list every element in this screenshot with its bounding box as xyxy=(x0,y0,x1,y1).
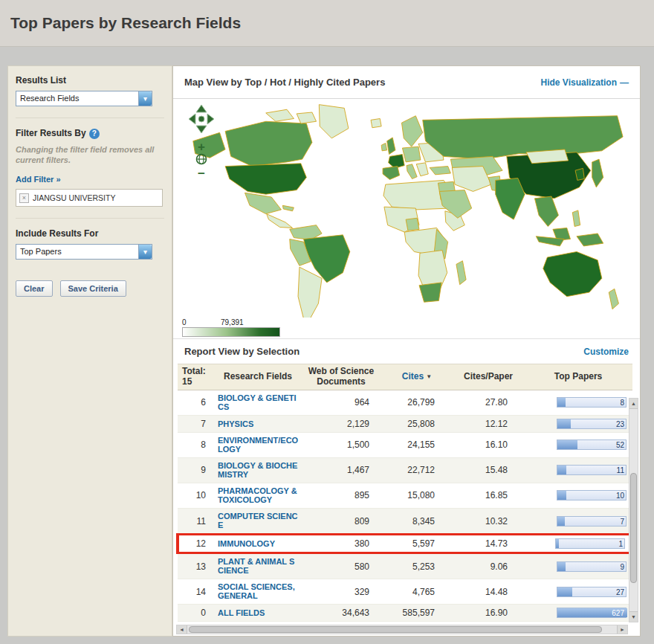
map-region[interactable] xyxy=(225,121,312,166)
add-filter-link[interactable]: Add Filter » xyxy=(16,175,61,184)
map-region[interactable] xyxy=(225,164,306,194)
col-cites[interactable]: Cites▼ xyxy=(381,364,453,390)
map-region[interactable] xyxy=(407,164,417,179)
top-papers-bar[interactable]: 1 xyxy=(555,538,625,549)
field-link[interactable]: PHYSICS xyxy=(218,419,253,428)
horizontal-scrollbar[interactable]: ◄ ► xyxy=(176,625,628,634)
map-region[interactable] xyxy=(387,138,395,155)
top-papers-bar[interactable]: 52 xyxy=(557,439,627,450)
include-results-label: Include Results For xyxy=(16,228,164,239)
clear-button[interactable]: Clear xyxy=(16,280,53,297)
map-region[interactable] xyxy=(371,118,381,127)
divider xyxy=(16,117,164,118)
top-papers-bar[interactable]: 7 xyxy=(557,516,627,527)
map-region[interactable] xyxy=(245,193,281,213)
scroll-up-icon[interactable]: ▲ xyxy=(629,399,638,409)
map-region[interactable] xyxy=(297,112,316,123)
world-map-svg[interactable] xyxy=(176,100,638,318)
report-table: Total: 15 Research Fields Web of Science… xyxy=(176,364,634,622)
cites-per-paper-cell: 16.90 xyxy=(453,605,524,622)
map-region[interactable] xyxy=(401,116,422,146)
field-link[interactable]: PLANT & ANIMAL SCIENCE xyxy=(218,557,300,575)
map-region[interactable] xyxy=(439,190,471,219)
page-title: Top Papers by Research Fields xyxy=(0,0,654,32)
cites-cell: 26,799 xyxy=(381,390,453,415)
map-region[interactable] xyxy=(266,109,294,121)
top-papers-bar[interactable]: 8 xyxy=(557,397,627,408)
field-link[interactable]: BIOLOGY & BIOCHEMISTRY xyxy=(218,461,300,479)
cites-cell: 15,080 xyxy=(381,483,453,508)
map-region[interactable] xyxy=(383,167,400,180)
map-region[interactable] xyxy=(298,267,322,318)
save-criteria-button[interactable]: Save Criteria xyxy=(60,280,126,297)
map-region[interactable] xyxy=(430,167,450,175)
map-region[interactable] xyxy=(543,251,602,296)
vertical-scroll-thumb[interactable] xyxy=(630,473,637,583)
zoom-out-icon[interactable]: − xyxy=(187,169,216,179)
top-papers-bar[interactable]: 627 xyxy=(557,608,627,618)
map-region[interactable] xyxy=(267,214,293,228)
map-region[interactable] xyxy=(419,283,441,302)
map-region[interactable] xyxy=(406,218,419,231)
map-region[interactable] xyxy=(423,116,623,159)
field-link[interactable]: BIOLOGY & GENETICS xyxy=(218,393,300,411)
top-papers-value: 1 xyxy=(618,539,623,549)
map-region[interactable] xyxy=(319,105,349,138)
col-cites-per-paper: Cites/Paper xyxy=(453,364,524,390)
map-region[interactable] xyxy=(592,159,603,187)
field-link[interactable]: ALL FIELDS xyxy=(218,608,265,617)
table-row: 11COMPUTER SCIENCE8098,34510.327 xyxy=(178,508,632,534)
world-map[interactable]: + − 0 79,391 xyxy=(173,99,640,338)
field-cell: PLANT & ANIMAL SCIENCE xyxy=(215,553,301,579)
top-papers-bar[interactable]: 11 xyxy=(557,465,627,475)
map-region[interactable] xyxy=(402,146,420,162)
docs-cell: 580 xyxy=(301,553,381,579)
cites-per-paper-cell: 15.48 xyxy=(453,457,524,483)
top-papers-cell: 11 xyxy=(524,457,632,483)
map-region[interactable] xyxy=(496,178,525,220)
horizontal-scroll-thumb[interactable] xyxy=(189,626,602,633)
map-region[interactable] xyxy=(526,149,569,164)
chevron-down-icon[interactable]: ▾ xyxy=(138,245,152,259)
top-papers-bar[interactable]: 9 xyxy=(557,561,627,572)
cites-per-paper-cell: 16.10 xyxy=(453,432,524,457)
vertical-scrollbar[interactable]: ▲ ▼ xyxy=(629,398,638,622)
map-pan-control[interactable] xyxy=(187,103,216,135)
chevron-down-icon[interactable]: ▾ xyxy=(138,91,152,106)
map-region[interactable] xyxy=(456,261,466,285)
field-link[interactable]: PHARMACOLOGY & TOXICOLOGY xyxy=(218,486,300,504)
include-results-dropdown[interactable]: Top Papers ▾ xyxy=(16,244,152,260)
top-papers-bar[interactable]: 10 xyxy=(557,490,627,500)
zoom-in-icon[interactable]: + xyxy=(187,142,216,152)
field-link[interactable]: ENVIRONMENT/ECOLOGY xyxy=(218,436,300,454)
field-cell: SOCIAL SCIENCES, GENERAL xyxy=(215,579,301,605)
top-papers-cell: 9 xyxy=(524,553,632,579)
customize-link[interactable]: Customize xyxy=(583,347,629,357)
docs-cell: 964 xyxy=(301,390,381,415)
rank-cell: 6 xyxy=(178,390,215,415)
field-link[interactable]: COMPUTER SCIENCE xyxy=(218,512,300,529)
map-region[interactable] xyxy=(416,163,428,176)
map-region[interactable] xyxy=(381,143,387,150)
map-region[interactable] xyxy=(282,205,294,211)
sort-cites-link[interactable]: Cites▼ xyxy=(402,371,432,381)
map-region[interactable] xyxy=(572,210,580,227)
field-cell: ENVIRONMENT/ECOLOGY xyxy=(215,432,301,457)
globe-icon[interactable] xyxy=(187,153,216,168)
top-papers-bar[interactable]: 23 xyxy=(557,419,627,429)
map-region[interactable] xyxy=(609,289,618,309)
map-region[interactable] xyxy=(577,234,603,246)
top-papers-bar[interactable]: 27 xyxy=(557,587,627,597)
field-link[interactable]: IMMUNOLOGY xyxy=(218,539,275,548)
scroll-down-icon[interactable]: ▼ xyxy=(629,611,638,622)
results-list-dropdown[interactable]: Research Fields ▾ xyxy=(16,91,152,106)
scroll-right-icon[interactable]: ► xyxy=(617,625,627,634)
cites-per-paper-cell: 14.48 xyxy=(453,579,524,605)
help-icon[interactable]: ? xyxy=(89,129,100,139)
scroll-left-icon[interactable]: ◄ xyxy=(177,625,187,634)
col-research-fields: Research Fields xyxy=(215,364,301,390)
remove-filter-icon[interactable]: × xyxy=(19,193,29,203)
map-region[interactable] xyxy=(534,196,558,227)
field-link[interactable]: SOCIAL SCIENCES, GENERAL xyxy=(218,582,300,600)
hide-visualization-link[interactable]: Hide Visualization— xyxy=(541,77,629,88)
